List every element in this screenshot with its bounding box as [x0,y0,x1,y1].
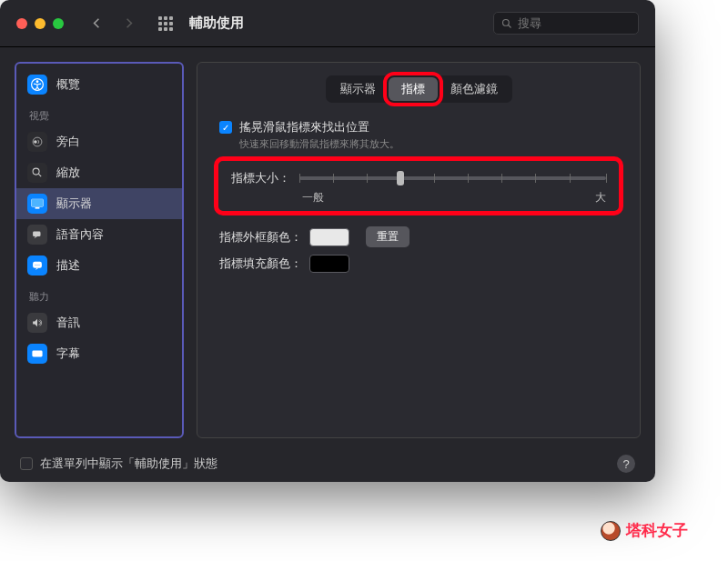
svg-rect-14 [32,351,42,357]
svg-point-0 [503,19,510,25]
sidebar-item-label: 描述 [56,257,80,274]
sidebar-section-hearing: 聽力 [16,281,182,307]
pointer-size-slider[interactable] [299,176,606,180]
watermark: 塔科女子 [601,520,688,541]
preferences-window: 輔助使用 搜尋 概覽 視覺 旁白 [0,0,655,482]
svg-line-7 [38,174,41,176]
titlebar: 輔助使用 搜尋 [0,0,655,47]
back-button[interactable] [84,13,109,35]
sidebar-item-audio[interactable]: 音訊 [16,307,182,338]
pointer-size-highlight: 指標大小： [214,156,623,215]
fill-color-row: 指標填充顏色： [219,255,623,273]
svg-rect-9 [32,199,44,206]
display-icon [27,194,47,214]
shake-to-locate-checkbox[interactable]: ✓ [219,121,232,134]
svg-text:⋯: ⋯ [35,262,40,267]
sidebar-item-label: 語音內容 [56,226,104,243]
sidebar-item-label: 旁白 [56,134,80,150]
settings-panel: 顯示器 指標 顏色濾鏡 ✓ 搖晃滑鼠指標來找出位置 快速來回移動滑鼠指標來將其放… [197,62,641,438]
pointer-size-label: 指標大小： [231,170,290,186]
captions-icon [27,344,47,364]
svg-rect-10 [35,207,40,209]
sidebar-item-label: 字幕 [56,346,80,362]
show-in-menubar-label: 在選單列中顯示「輔助使用」狀態 [40,456,217,472]
tab-display[interactable]: 顯示器 [328,77,389,101]
descriptions-icon: ⋯ [27,255,47,275]
sidebar-item-overview[interactable]: 概覽 [16,69,182,100]
sidebar-item-label: 音訊 [56,315,80,331]
accessibility-icon [27,75,47,95]
sidebar-item-descriptions[interactable]: ⋯ 描述 [16,250,182,281]
outline-color-row: 指標外框顏色： 重置 [219,226,623,247]
close-window-button[interactable] [16,18,27,29]
tab-group: 顯示器 指標 顏色濾鏡 [214,75,623,103]
svg-line-1 [509,25,511,27]
sidebar-item-label: 概覽 [56,76,80,93]
forward-button[interactable] [116,13,142,35]
slider-thumb[interactable] [397,171,404,185]
minimize-window-button[interactable] [35,18,46,29]
audio-icon [27,313,47,333]
outline-color-well[interactable] [309,228,349,246]
sidebar-item-display[interactable]: 顯示器 [16,188,182,219]
fill-color-well[interactable] [309,255,349,273]
outline-color-label: 指標外框顏色： [219,229,302,245]
sidebar-item-label: 縮放 [56,165,80,181]
sidebar-item-captions[interactable]: 字幕 [16,338,182,369]
svg-point-6 [33,168,39,175]
sidebar-item-zoom[interactable]: 縮放 [16,157,182,188]
window-title: 輔助使用 [189,15,244,32]
zoom-icon [27,163,47,183]
shake-to-locate-row: ✓ 搖晃滑鼠指標來找出位置 [219,119,623,135]
svg-point-3 [36,80,39,83]
shake-to-locate-label: 搖晃滑鼠指標來找出位置 [239,119,369,135]
svg-point-5 [34,140,37,144]
show-all-icon[interactable] [158,16,173,31]
window-controls [16,18,64,29]
slider-max-label: 大 [595,190,606,205]
watermark-text: 塔科女子 [626,520,688,541]
sidebar-section-vision: 視覺 [16,100,182,126]
sidebar-item-voiceover[interactable]: 旁白 [16,126,182,157]
speech-icon [27,225,47,245]
search-placeholder: 搜尋 [518,15,541,32]
search-icon [501,18,512,29]
footer: 在選單列中顯示「輔助使用」狀態 ? [15,451,641,473]
help-button[interactable]: ? [617,455,635,473]
tab-pointer[interactable]: 指標 [389,77,438,101]
show-in-menubar-checkbox[interactable] [20,457,33,470]
watermark-avatar-icon [601,521,621,541]
content: 概覽 視覺 旁白 縮放 [0,47,655,482]
shake-to-locate-desc: 快速來回移動滑鼠指標來將其放大。 [239,137,623,151]
search-field[interactable]: 搜尋 [493,12,639,35]
reset-button[interactable]: 重置 [366,226,410,247]
zoom-window-button[interactable] [53,18,64,29]
tab-color-filter[interactable]: 顏色濾鏡 [438,77,511,101]
sidebar-item-label: 顯示器 [56,195,92,212]
sidebar: 概覽 視覺 旁白 縮放 [15,62,184,438]
slider-min-label: 一般 [302,190,324,205]
svg-rect-11 [33,232,40,237]
voiceover-icon [27,132,47,152]
fill-color-label: 指標填充顏色： [219,255,302,272]
sidebar-item-speech[interactable]: 語音內容 [16,219,182,250]
